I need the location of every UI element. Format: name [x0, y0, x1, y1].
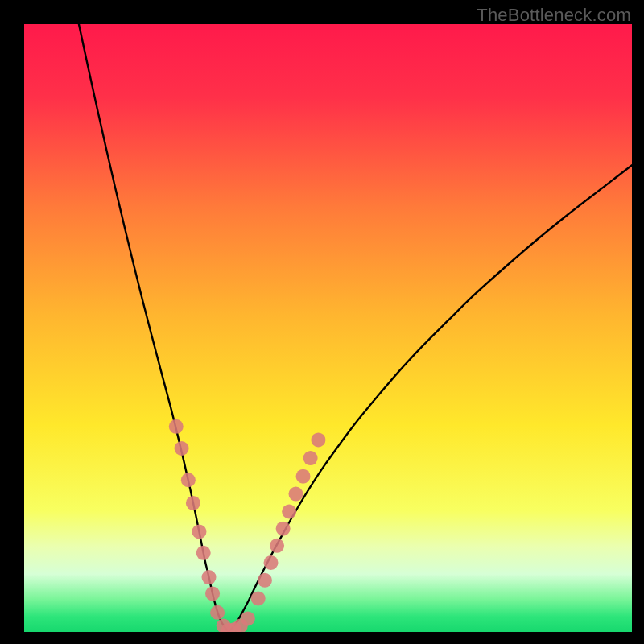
marker-dot: [181, 473, 196, 487]
marker-dot: [288, 487, 303, 502]
chart-svg: [24, 24, 632, 632]
marker-dot: [258, 573, 272, 588]
marker-dot: [276, 522, 291, 536]
chart-frame: [24, 24, 632, 632]
marker-dot: [192, 524, 206, 539]
marker-dot: [296, 469, 311, 484]
marker-dot: [169, 419, 184, 434]
marker-dot: [202, 570, 217, 584]
marker-dot: [241, 611, 255, 625]
marker-dot: [303, 451, 318, 465]
marker-dot: [270, 539, 284, 553]
marker-dot: [251, 591, 266, 605]
marker-dot: [196, 546, 211, 560]
marker-dot: [210, 605, 225, 620]
chart-background: [24, 24, 632, 632]
watermark-text: TheBottleneck.com: [477, 5, 631, 26]
marker-dot: [264, 555, 279, 570]
marker-dot: [311, 432, 325, 447]
marker-dot: [205, 586, 220, 601]
marker-dot: [186, 496, 200, 510]
marker-dot: [282, 505, 296, 519]
marker-dot: [175, 441, 189, 456]
